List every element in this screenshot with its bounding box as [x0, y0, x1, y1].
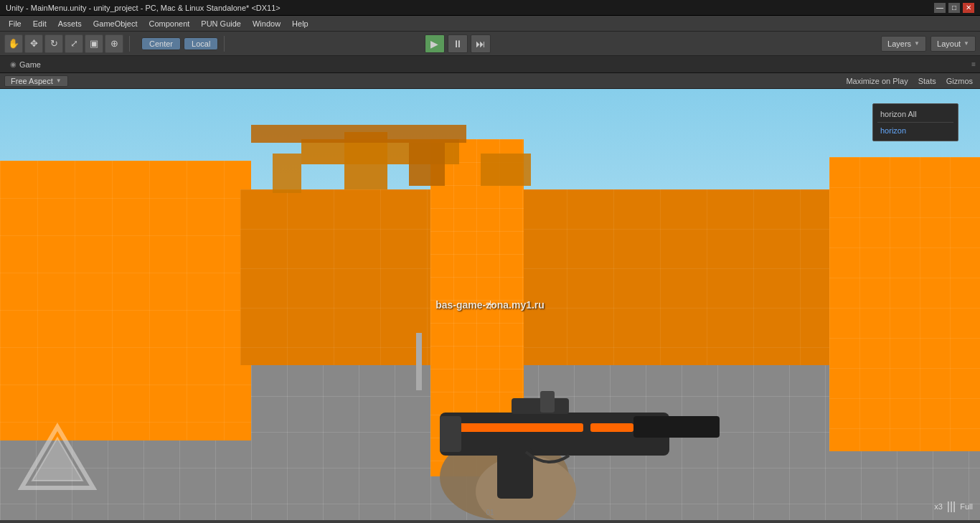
- play-button[interactable]: ▶: [425, 34, 445, 53]
- game-tab-label: Game: [19, 60, 41, 69]
- game-tab-bar: ◉ Game ≡: [0, 56, 980, 73]
- menu-pun-guide[interactable]: PUN Guide: [195, 18, 247, 29]
- svg-rect-4: [454, 423, 583, 432]
- maximize-button[interactable]: □: [948, 3, 960, 13]
- scale-tool-button[interactable]: ⤢: [65, 34, 83, 53]
- toolbar-separator-2: [224, 36, 225, 52]
- game-tab[interactable]: ◉ Game: [4, 59, 47, 70]
- svg-rect-8: [540, 391, 555, 413]
- svg-rect-9: [440, 416, 461, 452]
- wall-left: [0, 161, 251, 440]
- menu-assets[interactable]: Assets: [52, 18, 88, 29]
- move-tool-button[interactable]: ✥: [24, 34, 43, 53]
- game-right-buttons: Maximize on Play Stats Gizmos: [843, 76, 976, 86]
- tab-options[interactable]: ≡: [971, 60, 976, 68]
- gun-overlay: [382, 305, 741, 520]
- unity-logo: [14, 420, 100, 506]
- layers-overlay: horizon All horizon: [872, 103, 958, 141]
- layout-dropdown-button[interactable]: Layout: [930, 36, 976, 52]
- menu-edit[interactable]: Edit: [27, 18, 52, 29]
- tool-buttons: ✋ ✥ ↻ ⤢ ▣ ⊕: [4, 34, 123, 53]
- right-toolbar: Layers Layout: [881, 36, 976, 52]
- bars-icon: |||: [947, 500, 956, 513]
- svg-rect-5: [590, 423, 633, 432]
- menu-help[interactable]: Help: [286, 18, 314, 29]
- center-button[interactable]: Center: [141, 37, 181, 50]
- ceiling-beam-3: [409, 143, 445, 186]
- ceiling-beam-4: [251, 125, 466, 143]
- bottom-stats: x3 ||| Full: [934, 500, 973, 513]
- hand-tool-button[interactable]: ✋: [4, 34, 23, 53]
- aspect-dropdown-button[interactable]: Free Aspect: [4, 75, 68, 87]
- menu-bar: File Edit Assets GameObject Component PU…: [0, 16, 980, 32]
- frame-counter: 01: [486, 509, 494, 517]
- stats-button[interactable]: Stats: [915, 76, 939, 86]
- svg-rect-6: [497, 448, 533, 499]
- rotate-tool-button[interactable]: ↻: [44, 34, 63, 53]
- close-button[interactable]: ✕: [963, 3, 974, 13]
- menu-window[interactable]: Window: [247, 18, 286, 29]
- crosshair: [483, 298, 497, 312]
- maximize-on-play-button[interactable]: Maximize on Play: [843, 76, 910, 86]
- game-toolbar: Free Aspect Maximize on Play Stats Gizmo…: [0, 73, 980, 89]
- pause-button[interactable]: ⏸: [448, 34, 468, 53]
- layers-dropdown-button[interactable]: Layers: [881, 36, 926, 52]
- window-controls: — □ ✕: [934, 3, 974, 13]
- ceiling-beam-6: [481, 154, 531, 186]
- game-tab-icon: ◉: [10, 60, 17, 68]
- svg-rect-3: [633, 416, 720, 438]
- full-label: Full: [960, 502, 973, 511]
- gizmos-button[interactable]: Gizmos: [943, 76, 976, 86]
- wall-right: [829, 157, 980, 451]
- minimize-button[interactable]: —: [934, 3, 946, 13]
- menu-component[interactable]: Component: [143, 18, 195, 29]
- toolbar: ✋ ✥ ↻ ⤢ ▣ ⊕ Center Local ▶ ⏸ ⏭ Layers La…: [0, 32, 980, 56]
- layer-item-all[interactable]: horizon All: [877, 108, 953, 120]
- rect-tool-button[interactable]: ▣: [85, 34, 103, 53]
- play-controls: ▶ ⏸ ⏭: [425, 34, 491, 53]
- title-bar: Unity - MainMenu.unity - unity_project -…: [0, 0, 980, 16]
- layer-divider: [877, 122, 953, 123]
- step-button[interactable]: ⏭: [471, 34, 491, 53]
- crosshair-vertical: [490, 301, 491, 309]
- pivot-buttons: Center Local: [141, 37, 218, 50]
- game-viewport[interactable]: bas-game-zona.my1.ru: [0, 89, 980, 520]
- ceiling-beam-5: [273, 154, 301, 193]
- layer-item-horizon[interactable]: horizon: [877, 125, 953, 136]
- fps-multiplier: x3: [934, 502, 943, 511]
- local-button[interactable]: Local: [184, 37, 218, 50]
- window-title: Unity - MainMenu.unity - unity_project -…: [6, 4, 281, 12]
- toolbar-separator-1: [129, 36, 130, 52]
- transform-tool-button[interactable]: ⊕: [105, 34, 123, 53]
- menu-file[interactable]: File: [3, 18, 27, 29]
- menu-gameobject[interactable]: GameObject: [88, 18, 143, 29]
